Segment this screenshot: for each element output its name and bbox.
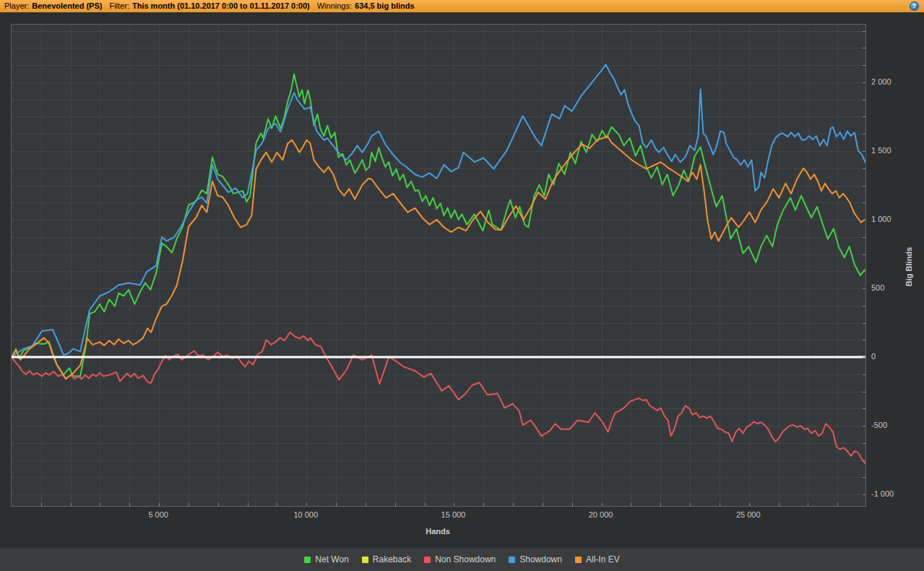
legend-swatch-icon [362,557,368,563]
series-non-showdown [12,332,865,464]
header-bar: Player:Benevolented (PS)Filter:This mont… [0,0,924,12]
legend-item-all-in-ev[interactable]: All-In EV [575,554,620,564]
series-showdown [12,64,865,357]
x-tick-label: 10 000 [293,510,318,520]
y-tick-label: 0 [871,351,876,361]
y-tick-label: 2 000 [871,77,891,87]
help-icon[interactable]: ? [910,1,919,11]
legend-swatch-icon [509,557,515,563]
legend-label: Net Won [315,554,348,564]
legend-item-showdown[interactable]: Showdown [509,554,562,564]
filter-label: Filter: [109,1,129,10]
series-all-in-ev [12,136,865,379]
x-tick-label: 5 000 [148,510,168,520]
winnings-label: Winnings: [317,1,352,10]
legend-item-non-showdown[interactable]: Non Showdown [424,554,496,564]
axis-ticks [42,32,866,507]
legend-label: Rakeback [373,554,411,564]
player-value: Benevolented (PS) [32,1,102,10]
legend-item-rakeback[interactable]: Rakeback [362,554,411,564]
legend-swatch-icon [304,557,311,563]
legend-label: All-In EV [586,554,620,564]
x-tick-label: 15 000 [441,510,466,520]
player-label: Player: [4,1,29,10]
y-tick-label: 500 [871,283,884,293]
legend-swatch-icon [424,557,431,563]
legend-item-net-won[interactable]: Net Won [304,554,348,564]
legend-swatch-icon [575,557,582,563]
x-axis-title: Hands [426,527,450,536]
y-tick-label: 1 500 [871,145,891,155]
gridlines [12,25,865,506]
chart-plot-area [11,24,866,507]
y-tick-label: -500 [871,420,887,430]
winnings-value: 634,5 big blinds [355,1,415,10]
chart-legend: Net WonRakebackNon ShowdownShowdownAll-I… [0,548,924,571]
legend-label: Showdown [519,554,562,564]
legend-label: Non Showdown [435,554,496,564]
filter-value: This month (01.10.2017 0:00 to 01.11.201… [132,1,310,10]
x-tick-label: 20 000 [589,510,613,520]
legend-bar: Net WonRakebackNon ShowdownShowdownAll-I… [0,548,924,571]
results-graph [12,25,865,506]
y-axis-title: Big Blinds [904,245,913,288]
y-tick-label: -1 000 [871,489,894,499]
x-tick-label: 25 000 [736,510,761,520]
y-tick-label: 1 000 [871,214,891,224]
